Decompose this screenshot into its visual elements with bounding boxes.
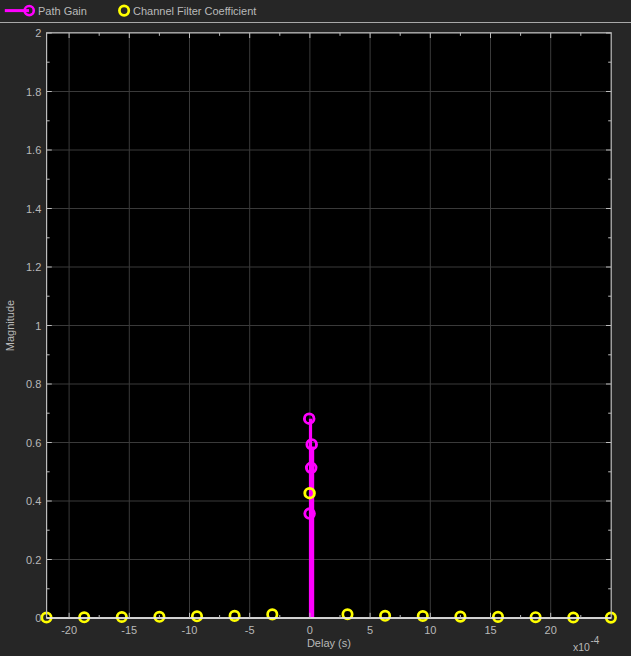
svg-text:-4: -4 bbox=[590, 635, 599, 646]
svg-text:5: 5 bbox=[367, 624, 373, 636]
svg-text:20: 20 bbox=[545, 624, 557, 636]
svg-text:Channel Filter Coefficient: Channel Filter Coefficient bbox=[133, 5, 256, 17]
svg-text:0.8: 0.8 bbox=[26, 378, 41, 390]
svg-text:Delay (s): Delay (s) bbox=[307, 637, 351, 649]
svg-text:1: 1 bbox=[35, 320, 41, 332]
svg-text:1.2: 1.2 bbox=[26, 261, 41, 273]
svg-text:1.6: 1.6 bbox=[26, 144, 41, 156]
svg-text:1.8: 1.8 bbox=[26, 86, 41, 98]
svg-text:-15: -15 bbox=[121, 624, 137, 636]
svg-text:0.2: 0.2 bbox=[26, 554, 41, 566]
svg-text:0.4: 0.4 bbox=[26, 495, 41, 507]
svg-text:-20: -20 bbox=[61, 624, 77, 636]
svg-text:0: 0 bbox=[35, 612, 41, 624]
svg-text:0: 0 bbox=[307, 624, 313, 636]
svg-text:1.4: 1.4 bbox=[26, 203, 41, 215]
svg-text:x10: x10 bbox=[573, 641, 590, 653]
svg-text:-10: -10 bbox=[182, 624, 198, 636]
svg-text:10: 10 bbox=[424, 624, 436, 636]
svg-text:0.6: 0.6 bbox=[26, 437, 41, 449]
svg-text:Magnitude: Magnitude bbox=[4, 300, 16, 351]
svg-text:15: 15 bbox=[484, 624, 496, 636]
svg-text:2: 2 bbox=[35, 27, 41, 39]
svg-text:Path Gain: Path Gain bbox=[38, 5, 87, 17]
svg-text:-5: -5 bbox=[245, 624, 255, 636]
